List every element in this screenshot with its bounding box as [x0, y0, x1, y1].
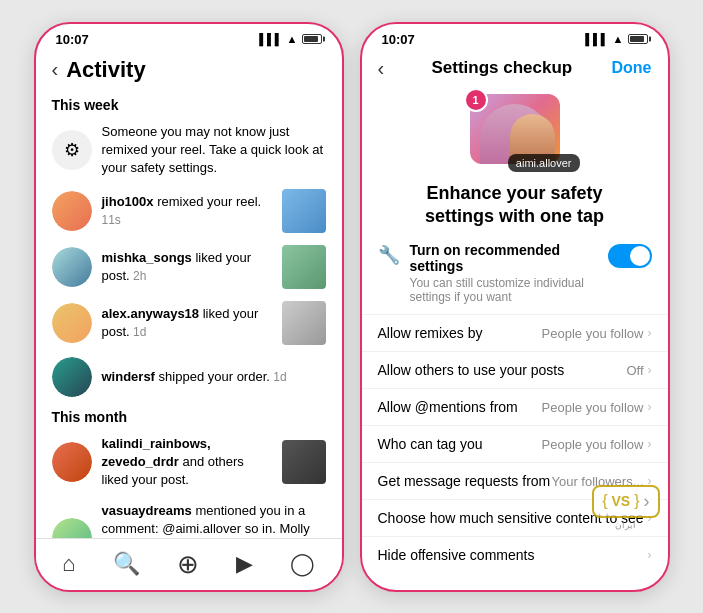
recommended-subtitle: You can still customize individual setti…	[410, 276, 598, 304]
list-item[interactable]: mishka_songs liked your post. 2h	[36, 239, 342, 295]
avatar	[52, 442, 92, 482]
section-this-month: This month	[36, 403, 342, 429]
signal-icon-right: ▌▌▌	[585, 33, 608, 45]
activity-text: windersf shipped your order. 1d	[102, 368, 326, 386]
chevron-icon: ›	[648, 400, 652, 414]
list-item[interactable]: jiho100x remixed your reel. 11s	[36, 183, 342, 239]
settings-row[interactable]: Allow others to use your posts Off ›	[362, 351, 668, 388]
home-icon[interactable]: ⌂	[62, 551, 75, 577]
hero-username-tag: aimi.allover	[508, 154, 580, 172]
list-item[interactable]: alex.anyways18 liked your post. 1d	[36, 295, 342, 351]
wifi-icon-right: ▲	[613, 33, 624, 45]
status-icons-left: ▌▌▌ ▲	[259, 33, 321, 45]
status-bar-right: 10:07 ▌▌▌ ▲	[362, 24, 668, 51]
chevron-icon: ›	[648, 363, 652, 377]
reels-icon[interactable]: ▶	[236, 551, 253, 577]
recommended-toggle[interactable]	[608, 244, 652, 268]
avatar	[52, 357, 92, 397]
done-button[interactable]: Done	[612, 59, 652, 77]
settings-row[interactable]: Who can tag you People you follow ›	[362, 425, 668, 462]
list-item[interactable]: windersf shipped your order. 1d	[36, 351, 342, 403]
status-bar-left: 10:07 ▌▌▌ ▲	[36, 24, 342, 51]
hero-wrapper: 1 aimi.allover	[470, 94, 560, 164]
activity-text: alex.anyways18 liked your post. 1d	[102, 305, 272, 341]
section-this-week: This week	[36, 91, 342, 117]
time-right: 10:07	[382, 32, 415, 47]
search-icon[interactable]: 🔍	[113, 551, 140, 577]
chevron-icon: ›	[648, 548, 652, 562]
hero-section: 1 aimi.allover	[362, 94, 668, 164]
time-left: 10:07	[56, 32, 89, 47]
notification-badge: 1	[464, 88, 488, 112]
page-title-left: Activity	[66, 57, 145, 83]
avatar	[52, 247, 92, 287]
activity-text: jiho100x remixed your reel. 11s	[102, 193, 272, 229]
enhance-title: Enhance your safetysettings with one tap	[362, 174, 668, 233]
system-icon: ⚙	[52, 130, 92, 170]
settings-list: Allow remixes by People you follow › All…	[362, 314, 668, 573]
battery-icon	[302, 34, 322, 44]
signal-icon: ▌▌▌	[259, 33, 282, 45]
back-button-left[interactable]: ‹	[52, 58, 59, 81]
bottom-nav: ⌂ 🔍 ⊕ ▶ ◯	[36, 538, 342, 590]
phones-container: 10:07 ▌▌▌ ▲ ‹ Activity This week ⚙ Someo…	[14, 2, 690, 612]
wifi-icon: ▲	[287, 33, 298, 45]
settings-row[interactable]: Allow @mentions from People you follow ›	[362, 388, 668, 425]
post-thumb	[282, 440, 326, 484]
post-thumb	[282, 189, 326, 233]
wrench-icon: 🔧	[378, 244, 400, 266]
post-thumb	[282, 301, 326, 345]
recommended-row: 🔧 Turn on recommended settings You can s…	[362, 232, 668, 314]
chevron-icon: ›	[648, 326, 652, 340]
activity-text: zevedo_drdr liked your post. 1w	[102, 590, 272, 591]
back-button-right[interactable]: ‹	[378, 57, 385, 80]
activity-text: Someone you may not know just remixed yo…	[102, 123, 326, 178]
settings-row[interactable]: Allow remixes by People you follow ›	[362, 314, 668, 351]
nav-header-left: ‹ Activity	[36, 51, 342, 91]
list-item: ⚙ Someone you may not know just remixed …	[36, 117, 342, 184]
create-icon[interactable]: ⊕	[177, 549, 199, 580]
watermark-subtext: ایران	[592, 520, 659, 530]
status-icons-right: ▌▌▌ ▲	[585, 33, 647, 45]
activity-text: mishka_songs liked your post. 2h	[102, 249, 272, 285]
avatar	[52, 191, 92, 231]
right-phone: 10:07 ▌▌▌ ▲ ‹ Settings checkup Done	[360, 22, 670, 592]
battery-icon-right	[628, 34, 648, 44]
avatar	[52, 303, 92, 343]
settings-checkup-title: Settings checkup	[431, 58, 572, 78]
list-item[interactable]: kalindi_rainbows, zevedo_drdr and others…	[36, 429, 342, 496]
post-thumb	[282, 245, 326, 289]
left-phone: 10:07 ▌▌▌ ▲ ‹ Activity This week ⚙ Someo…	[34, 22, 344, 592]
profile-icon[interactable]: ◯	[290, 551, 315, 577]
watermark: { VS } › ایران	[592, 485, 659, 530]
activity-text: kalindi_rainbows, zevedo_drdr and others…	[102, 435, 272, 490]
chevron-icon: ›	[648, 437, 652, 451]
settings-row[interactable]: Hide offensive comments ›	[362, 536, 668, 573]
recommended-text: Turn on recommended settings You can sti…	[410, 242, 598, 304]
right-header: ‹ Settings checkup Done	[362, 51, 668, 88]
recommended-title: Turn on recommended settings	[410, 242, 598, 274]
